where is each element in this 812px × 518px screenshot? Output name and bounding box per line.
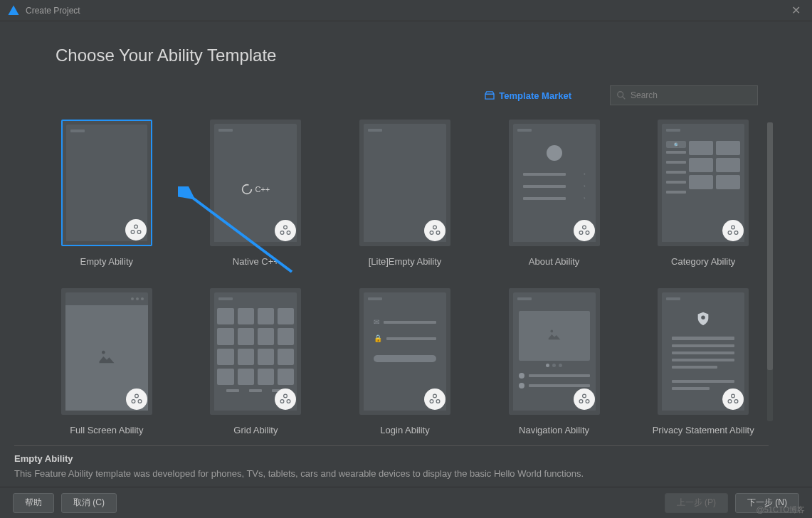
next-button[interactable]: 下一步 (N) — [735, 493, 799, 513]
svg-point-0 — [618, 92, 623, 97]
template-card-lite-empty[interactable]: [Lite]Empty Ability — [354, 120, 456, 267]
svg-point-6 — [284, 226, 288, 229]
harmony-icon — [574, 220, 595, 241]
image-icon — [97, 347, 117, 369]
svg-point-22 — [284, 394, 288, 398]
svg-point-27 — [436, 400, 440, 403]
svg-point-33 — [732, 394, 735, 398]
harmony-icon — [722, 220, 744, 241]
description-title: Empty Ability — [14, 453, 769, 464]
svg-point-31 — [586, 400, 589, 403]
template-label: Empty Ability — [80, 256, 133, 267]
template-card-navigation[interactable]: Navigation Ability — [503, 288, 606, 435]
template-card-fullscreen[interactable]: Full Screen Ability — [56, 288, 158, 435]
svg-line-1 — [623, 97, 626, 100]
app-logo-icon — [7, 4, 20, 17]
svg-point-8 — [287, 231, 290, 235]
close-button[interactable]: ✕ — [787, 4, 805, 17]
svg-point-4 — [137, 231, 141, 234]
template-label: [Lite]Empty Ability — [369, 256, 442, 267]
cancel-button[interactable]: 取消 (C) — [61, 493, 117, 513]
svg-point-25 — [433, 394, 437, 398]
svg-point-14 — [586, 231, 589, 235]
svg-point-21 — [138, 400, 142, 403]
template-label: Login Ability — [380, 425, 429, 435]
svg-point-7 — [280, 231, 284, 235]
template-label: Navigation Ability — [519, 425, 589, 435]
template-market-label: Template Market — [499, 90, 571, 101]
template-label: Native C++ — [233, 256, 279, 267]
svg-point-19 — [135, 394, 138, 398]
template-card-login[interactable]: ✉ 🔒 Login Ability — [354, 288, 456, 435]
image-icon — [547, 327, 562, 345]
svg-point-9 — [433, 226, 437, 229]
search-box[interactable] — [610, 85, 758, 105]
template-gallery: Empty Ability C++ Native C++ — [56, 120, 754, 435]
description-block: Empty Ability This Feature Ability templ… — [14, 453, 769, 479]
search-input[interactable] — [631, 90, 752, 100]
divider — [14, 445, 769, 446]
gallery-scrollbar[interactable] — [767, 122, 773, 421]
shield-icon — [695, 311, 711, 329]
svg-point-11 — [436, 231, 440, 235]
harmony-icon — [424, 220, 445, 241]
svg-point-28 — [550, 330, 553, 333]
svg-point-5 — [243, 185, 252, 194]
svg-point-23 — [280, 400, 284, 403]
template-card-about[interactable]: › › › About Ability — [503, 120, 606, 267]
svg-point-20 — [132, 400, 135, 403]
footer: 帮助 取消 (C) 上一步 (P) 下一步 (N) — [0, 487, 812, 518]
template-label: Grid Ability — [233, 425, 278, 435]
harmony-icon — [574, 388, 595, 410]
svg-point-15 — [732, 226, 735, 229]
svg-point-18 — [102, 351, 105, 354]
window-title: Create Project — [26, 6, 787, 16]
svg-point-16 — [728, 231, 732, 235]
template-card-category[interactable]: 🔍 Category Ability — [652, 120, 754, 267]
svg-point-30 — [579, 400, 583, 403]
template-card-empty[interactable]: Empty Ability — [56, 120, 158, 267]
page-title: Choose Your Ability Template — [56, 46, 775, 65]
description-text: This Feature Ability template was develo… — [14, 468, 769, 479]
harmony-icon — [126, 388, 147, 410]
svg-point-3 — [131, 231, 135, 234]
template-market-link[interactable]: Template Market — [485, 90, 571, 101]
lock-icon: 🔒 — [374, 334, 382, 342]
scrollbar-thumb[interactable] — [767, 122, 773, 370]
harmony-icon — [722, 388, 744, 410]
svg-point-2 — [134, 225, 137, 228]
svg-point-12 — [582, 226, 586, 229]
svg-point-26 — [430, 400, 433, 403]
svg-point-29 — [582, 394, 586, 398]
template-card-native-cpp[interactable]: C++ Native C++ — [205, 120, 307, 267]
template-label: Category Ability — [671, 256, 735, 267]
svg-point-13 — [579, 231, 583, 235]
title-bar: Create Project ✕ — [0, 0, 812, 21]
template-card-privacy[interactable]: Privacy Statement Ability — [652, 288, 754, 435]
svg-point-32 — [701, 315, 705, 319]
template-label: About Ability — [529, 256, 580, 267]
mail-icon: ✉ — [374, 318, 379, 326]
harmony-icon — [424, 388, 445, 410]
help-button[interactable]: 帮助 — [13, 493, 54, 513]
template-label: Privacy Statement Ability — [653, 425, 754, 435]
svg-point-34 — [728, 400, 732, 403]
template-card-grid[interactable]: Grid Ability — [205, 288, 307, 435]
svg-point-10 — [430, 231, 433, 235]
harmony-icon — [125, 219, 147, 240]
previous-button[interactable]: 上一步 (P) — [665, 493, 728, 513]
search-icon — [616, 90, 626, 100]
market-icon — [485, 91, 495, 100]
svg-point-24 — [287, 400, 290, 403]
template-label: Full Screen Ability — [70, 425, 143, 435]
svg-point-17 — [734, 231, 738, 235]
svg-point-35 — [734, 400, 738, 403]
